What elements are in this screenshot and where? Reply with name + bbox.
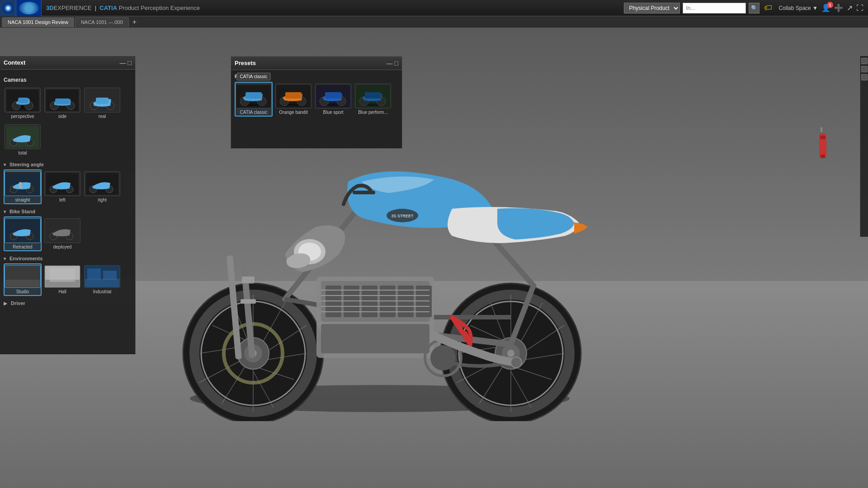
svg-point-65 bbox=[511, 357, 522, 368]
preset-orange-bandit-label: Orange bandit bbox=[279, 110, 307, 115]
svg-rect-80 bbox=[55, 99, 70, 104]
topbar: 3DEXPERIENCE | CATIA Product Perception … bbox=[0, 0, 868, 16]
preset-blue-perform[interactable]: Blue perform... bbox=[354, 82, 392, 117]
context-panel: Context — □ Cameras bbox=[0, 56, 136, 354]
env-hall-img bbox=[44, 265, 80, 288]
user-icon[interactable]: 👤1 bbox=[821, 4, 830, 12]
tab-design-review-label: NACA 1001 Design Review bbox=[8, 19, 68, 25]
steering-left[interactable]: left bbox=[43, 169, 81, 204]
brand-catia: CATIA bbox=[99, 5, 117, 11]
svg-rect-76 bbox=[18, 98, 28, 103]
driver-section-label: Driver bbox=[11, 300, 25, 306]
svg-point-21 bbox=[507, 350, 514, 357]
svg-rect-108 bbox=[50, 268, 75, 282]
driver-section-header[interactable]: ▶ Driver bbox=[4, 300, 132, 306]
svg-text:3S STREET: 3S STREET bbox=[391, 214, 414, 218]
presets-panel: Presets — □ Packages CATIA classic bbox=[231, 56, 402, 149]
steering-section-label: Steering angle bbox=[9, 162, 44, 167]
camera-real[interactable]: real bbox=[83, 86, 121, 121]
search-button[interactable]: 🔍 bbox=[749, 3, 760, 14]
env-studio[interactable]: Studio bbox=[4, 263, 42, 296]
svg-rect-70 bbox=[820, 136, 826, 139]
topbar-right: Collab Space ▼ 👤1 ➕ ↗ ⛶ bbox=[778, 4, 868, 12]
bikestand-retracted-label: Retracted bbox=[13, 244, 32, 249]
svg-rect-71 bbox=[821, 155, 825, 158]
collab-space-label[interactable]: Collab Space ▼ bbox=[778, 5, 818, 11]
right-sidebar-btn-2[interactable] bbox=[861, 66, 868, 72]
preset-orange-bandit[interactable]: Orange bandit bbox=[274, 82, 312, 117]
camera-real-img bbox=[84, 88, 120, 113]
environments-section-header[interactable]: ▾ Environments bbox=[4, 256, 132, 261]
right-sidebar-btn-3[interactable] bbox=[861, 74, 868, 80]
bikestand-grid: Retracted deployed bbox=[4, 216, 132, 251]
presets-minimize-button[interactable]: — bbox=[387, 60, 393, 67]
env-studio-label: Studio bbox=[16, 289, 29, 294]
bikestand-section-header[interactable]: ▾ Bike Stand bbox=[4, 209, 132, 214]
env-industrial[interactable]: Industrial bbox=[83, 263, 121, 296]
right-sidebar bbox=[860, 56, 868, 237]
presets-panel-header: Presets — □ bbox=[231, 56, 402, 70]
svg-point-2 bbox=[6, 6, 10, 10]
preset-catia-classic-label: CATIA classic bbox=[240, 110, 268, 115]
preset-orange-bandit-img bbox=[275, 84, 311, 108]
preset-catia-classic[interactable]: CATIA classic CATIA classic bbox=[235, 82, 273, 117]
svg-rect-66 bbox=[353, 191, 375, 194]
tab-design-review[interactable]: NACA 1001 Design Review bbox=[2, 17, 74, 27]
steering-right-img bbox=[84, 171, 120, 196]
preset-blue-sport-label: Blue sport bbox=[323, 110, 343, 115]
fullscreen-icon[interactable]: ⛶ bbox=[856, 4, 863, 12]
camera-side[interactable]: side bbox=[43, 86, 81, 121]
steering-section-header[interactable]: ▾ Steering angle bbox=[4, 162, 132, 167]
context-maximize-button[interactable]: □ bbox=[128, 59, 132, 66]
steering-straight-label: straight bbox=[15, 197, 30, 202]
tab-naca[interactable]: NACA 1001 ---.000 bbox=[75, 17, 129, 27]
svg-rect-111 bbox=[87, 268, 101, 280]
right-sidebar-btn-1[interactable] bbox=[861, 58, 868, 64]
brand-3d: 3D bbox=[46, 5, 54, 11]
dassault-logo bbox=[16, 0, 42, 16]
context-panel-controls: — □ bbox=[120, 59, 132, 66]
tab-naca-label: NACA 1001 ---.000 bbox=[81, 19, 123, 25]
svg-rect-68 bbox=[820, 132, 823, 133]
driver-collapse-icon: ▶ bbox=[4, 301, 7, 306]
svg-rect-117 bbox=[245, 92, 262, 99]
add-icon[interactable]: ➕ bbox=[834, 4, 843, 12]
bikestand-deployed[interactable]: deployed bbox=[43, 216, 81, 251]
steering-grid: straight left bbox=[4, 169, 132, 204]
bikestand-deployed-label: deployed bbox=[53, 244, 72, 249]
camera-perspective[interactable]: perspective bbox=[4, 86, 42, 121]
search-input[interactable] bbox=[683, 3, 746, 14]
presets-maximize-button[interactable]: □ bbox=[395, 60, 398, 67]
steering-collapse-icon: ▾ bbox=[4, 162, 6, 167]
share-icon[interactable]: ↗ bbox=[847, 4, 853, 12]
preset-blue-perform-img bbox=[355, 84, 391, 108]
bikestand-retracted[interactable]: Retracted bbox=[4, 216, 42, 251]
camera-real-label: real bbox=[99, 114, 106, 119]
steering-right[interactable]: right bbox=[83, 169, 121, 204]
add-tab-button[interactable]: + bbox=[130, 18, 139, 26]
bikestand-section-label: Bike Stand bbox=[9, 209, 35, 214]
preset-blue-sport[interactable]: Blue sport bbox=[314, 82, 352, 117]
cameras-grid: perspective side bbox=[4, 86, 132, 157]
viewport: 3S STREET bbox=[0, 28, 868, 488]
cameras-section-label: Cameras bbox=[4, 77, 132, 83]
search-icon: 🔍 bbox=[751, 5, 758, 11]
environments-collapse-icon: ▾ bbox=[4, 256, 6, 261]
steering-straight[interactable]: straight bbox=[4, 169, 42, 204]
env-industrial-label: Industrial bbox=[93, 289, 112, 294]
preset-blue-sport-img bbox=[315, 84, 351, 108]
product-subtitle: Product Perception Experience bbox=[119, 5, 200, 11]
camera-side-img bbox=[44, 88, 80, 113]
product-type-select[interactable]: Physical Product bbox=[624, 3, 680, 14]
camera-total[interactable]: total bbox=[4, 122, 42, 157]
env-hall[interactable]: Hall bbox=[43, 263, 81, 296]
bikestand-collapse-icon: ▾ bbox=[4, 209, 6, 214]
context-panel-title: Context bbox=[4, 59, 25, 66]
svg-rect-112 bbox=[103, 271, 117, 280]
preset-blue-perform-label: Blue perform... bbox=[358, 110, 388, 115]
env-studio-img bbox=[5, 265, 41, 288]
presets-panel-controls: — □ bbox=[387, 60, 398, 67]
bookmark-button[interactable]: 🏷 bbox=[762, 3, 774, 13]
context-minimize-button[interactable]: — bbox=[120, 59, 126, 66]
camera-total-label: total bbox=[19, 150, 27, 155]
